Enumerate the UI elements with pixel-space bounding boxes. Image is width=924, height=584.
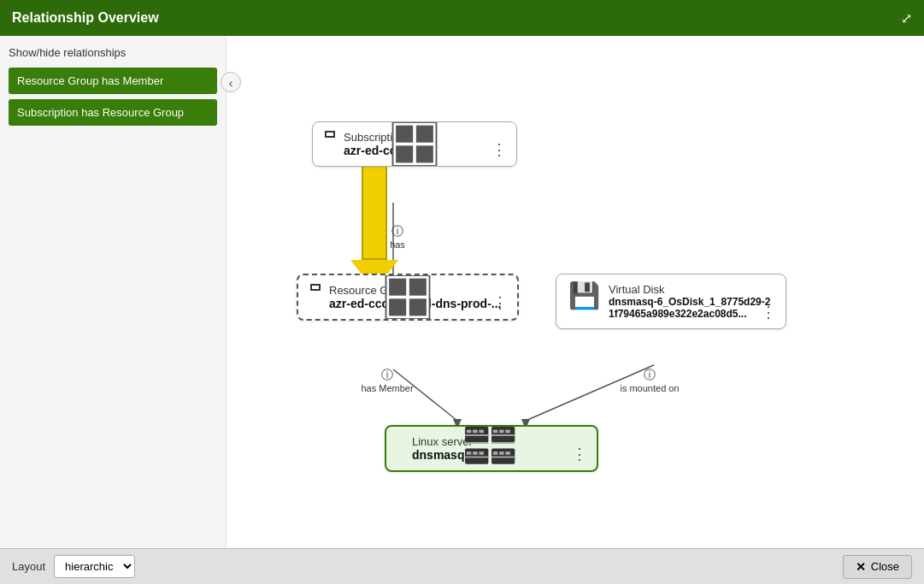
subscription-type: Subscription	[344, 131, 504, 144]
svg-rect-32	[505, 430, 509, 434]
page-title: Relationship Overview	[12, 10, 159, 26]
close-label: Close	[871, 560, 899, 573]
virtual-disk-icon: 💾	[568, 283, 600, 309]
virtual-disk-type: Virtual Disk	[609, 283, 774, 296]
rel-rg-linux-label: ⓘ has Member	[353, 368, 421, 393]
resource-group-icon	[310, 284, 321, 291]
subscription-node: Subscription azr-ed-ccc-prod ⋮	[312, 121, 517, 167]
resource-group-node: Resource Group azr-ed-ccc-shared-dns-pro…	[297, 274, 519, 321]
close-button[interactable]: ✕ Close	[843, 555, 912, 579]
btn-resource-group-member[interactable]: Resource Group has Member	[9, 68, 217, 94]
linux-server-type: Linux server	[412, 435, 585, 448]
resource-group-name: azr-ed-ccc-shared-dns-prod-...	[329, 297, 505, 310]
svg-rect-21	[479, 430, 483, 434]
virtual-disk-node: 💾 Virtual Disk dnsmasq-6_OsDisk_1_8775d2…	[556, 274, 786, 329]
svg-rect-20	[473, 430, 477, 434]
expand-icon[interactable]: ⤢	[901, 10, 912, 27]
collapse-icon: ‹	[229, 75, 233, 90]
sidebar-title: Show/hide relationships	[9, 46, 217, 59]
rel-rg-info-icon: ⓘ	[353, 368, 421, 383]
close-x-icon: ✕	[856, 560, 866, 574]
canvas: Subscription azr-ed-ccc-prod ⋮ ⓘ has	[227, 36, 924, 548]
btn-subscription-resource-group[interactable]: Subscription has Resource Group	[9, 99, 217, 126]
linux-server-menu-dots[interactable]: ⋮	[572, 445, 588, 463]
body: Show/hide relationships Resource Group h…	[0, 36, 924, 548]
rel-disk-linux-label: ⓘ is mounted on	[607, 368, 692, 393]
svg-rect-30	[493, 430, 497, 434]
resource-group-menu-dots[interactable]: ⋮	[492, 293, 509, 312]
layout-label: Layout	[12, 560, 45, 573]
svg-line-4	[526, 365, 654, 421]
resource-group-type: Resource Group	[329, 284, 505, 297]
linux-server-node: Linux server dnsmasq-6 ⋮	[385, 425, 598, 472]
svg-line-2	[393, 369, 457, 421]
virtual-disk-menu-dots[interactable]: ⋮	[761, 303, 777, 321]
rel-sub-rg-label: ⓘ has	[372, 224, 423, 250]
svg-rect-19	[467, 430, 471, 434]
subscription-menu-dots[interactable]: ⋮	[491, 140, 508, 159]
subscription-name: azr-ed-ccc-prod	[344, 144, 504, 157]
virtual-disk-name: dnsmasq-6_OsDisk_1_8775d29-21f79465a989e…	[609, 296, 774, 320]
rel-disk-info-icon: ⓘ	[607, 368, 692, 383]
collapse-sidebar-button[interactable]: ‹	[221, 72, 241, 92]
subscription-icon	[325, 131, 335, 138]
svg-rect-31	[499, 430, 503, 434]
layout-select[interactable]: hierarchic	[54, 555, 135, 578]
linux-server-name: dnsmasq-6	[412, 448, 585, 462]
footer: Layout hierarchic ✕ Close	[0, 548, 924, 584]
rel-info-icon: ⓘ	[372, 224, 423, 239]
header: Relationship Overview ⤢	[0, 0, 924, 36]
main-container: Relationship Overview ⤢ Show/hide relati…	[0, 0, 924, 584]
sidebar: Show/hide relationships Resource Group h…	[0, 36, 227, 548]
